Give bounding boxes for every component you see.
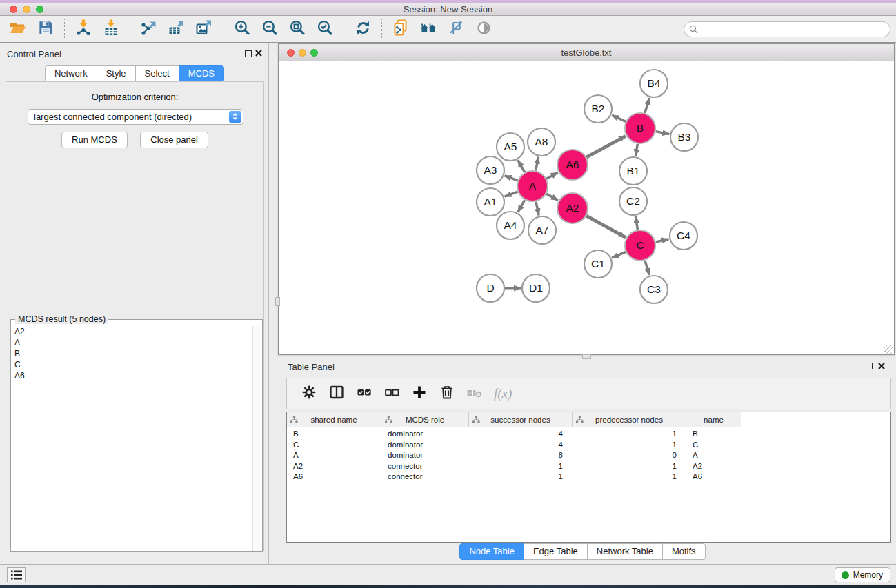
- graph-node-D[interactable]: D: [477, 274, 504, 302]
- graph-node-A7[interactable]: A7: [528, 216, 556, 244]
- edge-A6-B[interactable]: [586, 136, 626, 157]
- graph-node-B[interactable]: B: [625, 113, 655, 143]
- edge-C-C2[interactable]: [635, 216, 637, 230]
- graph-node-B4[interactable]: B4: [640, 70, 668, 97]
- float-table-panel-icon[interactable]: [866, 363, 873, 369]
- column-header-predecessor-nodes[interactable]: predecessor nodes: [573, 412, 686, 427]
- import-table-button[interactable]: [99, 17, 123, 41]
- graph-node-A[interactable]: A: [517, 171, 548, 201]
- houses-button[interactable]: [417, 17, 440, 41]
- criterion-select[interactable]: largest connected component (directed): [28, 109, 243, 125]
- control-tab-mcds[interactable]: MCDS: [179, 65, 224, 82]
- close-network-window-button[interactable]: [287, 49, 295, 57]
- graph-node-A5[interactable]: A5: [497, 133, 524, 161]
- network-canvas[interactable]: B4B2BB3A8A5A6A3B1AC2A1A2A4A7C4CC1DD1C3: [279, 62, 894, 354]
- mcds-result-item[interactable]: A: [14, 337, 252, 348]
- run-mcds-button[interactable]: Run MCDS: [61, 132, 128, 148]
- close-panel-button[interactable]: Close panel: [140, 132, 208, 148]
- table-settings-button[interactable]: [297, 381, 321, 406]
- edge-A2-C[interactable]: [586, 216, 626, 237]
- delete-table-button[interactable]: [462, 381, 487, 406]
- minimize-network-window-button[interactable]: [299, 49, 306, 57]
- save-session-button[interactable]: [34, 17, 57, 41]
- delete-column-button[interactable]: [435, 381, 459, 406]
- copy-network-button[interactable]: [389, 17, 412, 41]
- column-header-MCDS-role[interactable]: MCDS role: [381, 412, 469, 427]
- graph-node-D1[interactable]: D1: [522, 274, 550, 302]
- export-network-button[interactable]: [137, 17, 161, 41]
- graph-node-C4[interactable]: C4: [670, 222, 697, 250]
- table-tab-edge-table[interactable]: Edge Table: [524, 543, 588, 560]
- graph-node-A6[interactable]: A6: [557, 150, 588, 180]
- memory-button[interactable]: Memory: [835, 567, 890, 582]
- vertical-split-handle[interactable]: [275, 297, 280, 306]
- graph-node-A2[interactable]: A2: [557, 193, 588, 223]
- zoom-in-button[interactable]: [230, 17, 254, 41]
- edge-C-C3[interactable]: [645, 261, 650, 275]
- graph-node-B1[interactable]: B1: [619, 157, 647, 185]
- float-panel-icon[interactable]: [245, 50, 252, 57]
- edge-B-B3[interactable]: [656, 132, 670, 134]
- graph-node-A3[interactable]: A3: [477, 156, 504, 184]
- graph-node-C[interactable]: C: [625, 230, 655, 261]
- edge-A-A8[interactable]: [536, 157, 539, 171]
- table-row[interactable]: A2connector11A2: [287, 461, 890, 472]
- mcds-result-item[interactable]: B: [14, 348, 252, 359]
- open-session-button[interactable]: [6, 17, 30, 41]
- maximize-window-button[interactable]: [36, 6, 43, 13]
- window-resize-grip[interactable]: [884, 345, 893, 354]
- edge-A-A3[interactable]: [505, 176, 518, 181]
- minimize-window-button[interactable]: [23, 6, 30, 13]
- graph-node-B2[interactable]: B2: [584, 95, 612, 123]
- refresh-button[interactable]: [351, 17, 375, 41]
- zoom-selected-button[interactable]: [313, 17, 337, 41]
- graph-node-A8[interactable]: A8: [528, 128, 555, 156]
- flag-slash-button[interactable]: [444, 17, 468, 41]
- column-header-shared-name[interactable]: shared name: [287, 412, 381, 427]
- search-input[interactable]: [684, 21, 890, 37]
- column-header-name[interactable]: name: [686, 412, 741, 427]
- hide-all-columns-button[interactable]: [379, 381, 404, 406]
- edge-B-B1[interactable]: [636, 144, 638, 156]
- zoom-fit-button[interactable]: [286, 17, 309, 41]
- graph-node-B3[interactable]: B3: [670, 123, 698, 151]
- table-tab-node-table[interactable]: Node Table: [459, 543, 524, 560]
- control-tab-network[interactable]: Network: [45, 65, 97, 82]
- control-tab-style[interactable]: Style: [97, 65, 136, 82]
- export-image-button[interactable]: [192, 17, 216, 41]
- table-tab-network-table[interactable]: Network Table: [587, 543, 663, 560]
- edge-C-C4[interactable]: [656, 239, 669, 242]
- edge-A-A4[interactable]: [518, 200, 525, 212]
- table-row[interactable]: Cdominator41C: [287, 440, 890, 451]
- edge-B-B4[interactable]: [645, 98, 650, 113]
- control-tab-select[interactable]: Select: [135, 65, 179, 82]
- split-table-view-button[interactable]: [324, 381, 349, 406]
- graph-node-C3[interactable]: C3: [640, 276, 668, 303]
- contrast-eye-button[interactable]: [472, 17, 495, 41]
- table-row[interactable]: Adominator80A: [287, 450, 890, 461]
- export-table-button[interactable]: [165, 17, 188, 41]
- import-network-button[interactable]: [72, 17, 95, 41]
- table-row[interactable]: A6connector11A6: [287, 472, 890, 483]
- edge-A-A5[interactable]: [518, 160, 525, 172]
- edge-A-A7[interactable]: [536, 202, 539, 216]
- mcds-result-item[interactable]: A6: [14, 370, 252, 381]
- edge-B-B2[interactable]: [612, 115, 626, 121]
- edge-C-C1[interactable]: [612, 252, 626, 258]
- result-list-scrollbar[interactable]: [252, 326, 261, 551]
- zoom-out-button[interactable]: [258, 17, 281, 41]
- column-header-successor-nodes[interactable]: successor nodes: [469, 412, 573, 427]
- close-table-panel-icon[interactable]: [877, 362, 886, 370]
- graph-node-C2[interactable]: C2: [619, 187, 647, 215]
- graph-node-C1[interactable]: C1: [584, 250, 612, 278]
- graph-node-A1[interactable]: A1: [477, 188, 504, 216]
- mcds-result-item[interactable]: C: [14, 359, 252, 370]
- show-all-columns-button[interactable]: [352, 381, 377, 406]
- close-window-button[interactable]: [10, 6, 17, 13]
- table-row[interactable]: Bdominator41B: [287, 429, 890, 440]
- function-builder-button[interactable]: f(x): [490, 381, 516, 406]
- create-column-button[interactable]: [407, 381, 432, 406]
- edge-A-A1[interactable]: [505, 192, 518, 196]
- close-panel-icon[interactable]: [255, 49, 263, 57]
- maximize-network-window-button[interactable]: [310, 49, 318, 57]
